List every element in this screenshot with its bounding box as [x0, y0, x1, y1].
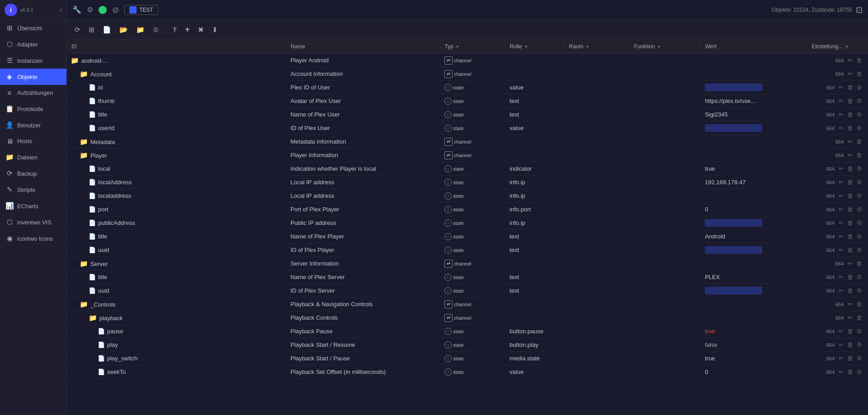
delete-row-button[interactable]: 🗑 [846, 368, 854, 376]
test-button[interactable]: TEST [124, 5, 158, 15]
table-row[interactable]: 📄localIndication whether Player is local… [67, 162, 868, 176]
refresh-button[interactable]: ⟳ [71, 23, 84, 36]
delete-row-button[interactable]: 🗑 [855, 300, 863, 308]
settings-button[interactable]: ⚙ [855, 286, 863, 295]
table-row[interactable]: 📁playbackPlayback Controls⇄channel 664 ✏… [67, 311, 868, 325]
number-button[interactable]: ① [150, 23, 162, 36]
delete-row-button[interactable]: 🗑 [846, 354, 854, 363]
table-row[interactable]: 📄uuidID of Plex Server○statetextXXXXXXXX… [67, 284, 868, 298]
settings-button[interactable]: ⚙ [855, 232, 863, 241]
sidebar-item-inventwo[interactable]: ⬡ inventwo VIS [0, 214, 66, 230]
table-row[interactable]: 📄pausePlayback Pause○statebutton.pausetr… [67, 325, 868, 338]
delete-row-button[interactable]: 🗑 [846, 246, 854, 254]
edit-button[interactable]: ✏ [846, 313, 854, 322]
delete-row-button[interactable]: 🗑 [846, 97, 854, 105]
edit-button[interactable]: ✏ [837, 232, 845, 241]
table-row[interactable]: 📁android-...Player Android⇄channel 664 ✏… [67, 54, 868, 67]
edit-button[interactable]: ✏ [846, 70, 854, 78]
topbar-expand-icon[interactable]: ⊡ [856, 5, 863, 15]
sidebar-item-benutzer[interactable]: 👤 Benutzer [0, 117, 66, 133]
sidebar-item-backup[interactable]: ⟳ Backup [0, 165, 66, 182]
settings-button[interactable]: ⚙ [855, 205, 863, 214]
settings-button[interactable]: ⚙ [855, 340, 863, 349]
folder-button[interactable]: 📁 [133, 23, 148, 36]
delete-row-button[interactable]: 🗑 [846, 124, 854, 132]
sidebar-item-dateien[interactable]: 📁 Dateien [0, 149, 66, 165]
delete-row-button[interactable]: 🗑 [855, 313, 863, 322]
folder-open-button[interactable]: 📂 [116, 23, 131, 36]
th-rolle[interactable]: Rolle ▼ [505, 40, 564, 54]
th-funktion[interactable]: Funktion ▼ [629, 40, 700, 54]
delete-row-button[interactable]: 🗑 [855, 137, 863, 146]
table-row[interactable]: 📄thumbAvatar of Plex User○statetexthttps… [67, 94, 868, 108]
delete-row-button[interactable]: 🗑 [846, 205, 854, 214]
settings-button[interactable]: ⚙ [855, 273, 863, 281]
columns-button[interactable]: ⊞ [85, 23, 98, 36]
text-format-button[interactable]: Ŧ [170, 23, 180, 36]
settings-button[interactable]: ⚙ [855, 83, 863, 92]
table-row[interactable]: 📄localAddressLocal IP address○stateinfo.… [67, 176, 868, 189]
table-row[interactable]: 📄seekToPlayback Set Offset (in milliseco… [67, 365, 868, 379]
settings-button[interactable]: ⚙ [855, 124, 863, 132]
table-row[interactable]: 📁PlayerPlayer Information⇄channel 664 ✏ … [67, 149, 868, 162]
edit-button[interactable]: ✏ [837, 340, 845, 349]
edit-button[interactable]: ✏ [837, 327, 845, 336]
delete-row-button[interactable]: 🗑 [846, 327, 854, 336]
edit-button[interactable]: ✏ [837, 124, 845, 132]
edit-button[interactable]: ✏ [837, 191, 845, 200]
edit-button[interactable]: ✏ [837, 219, 845, 227]
delete-row-button[interactable]: 🗑 [846, 164, 854, 173]
add-button[interactable]: + [182, 23, 193, 37]
delete-row-button[interactable]: 🗑 [855, 56, 863, 65]
settings-button[interactable]: ⚙ [855, 164, 863, 173]
th-einstellung[interactable]: Einstellung... ▼ [807, 40, 868, 54]
table-row[interactable]: 📄titleName of Plex User○statetextSigi234… [67, 108, 868, 121]
th-typ[interactable]: Typ ▼ [440, 40, 505, 54]
settings-button[interactable]: ⚙ [855, 354, 863, 363]
download-button[interactable]: ⬇ [209, 23, 221, 36]
delete-row-button[interactable]: 🗑 [846, 286, 854, 295]
edit-button[interactable]: ✏ [837, 246, 845, 254]
edit-button[interactable]: ✏ [846, 137, 854, 146]
table-row[interactable]: 📄idPlex ID of User○statevalueXXXXXXXXXX … [67, 81, 868, 94]
edit-button[interactable]: ✏ [837, 164, 845, 173]
delete-row-button[interactable]: 🗑 [846, 110, 854, 119]
table-row[interactable]: 📄localaddressLocal IP address○stateinfo.… [67, 189, 868, 203]
edit-button[interactable]: ✏ [837, 97, 845, 105]
table-row[interactable]: 📄play_switchPlayback Start / Pause○state… [67, 352, 868, 365]
wrench-icon[interactable]: 🔧 [72, 5, 81, 14]
table-row[interactable]: 📄uuidID of Plex Player○statetextXXXXXXXX… [67, 243, 868, 257]
delete-row-button[interactable]: 🗑 [846, 83, 854, 92]
table-row[interactable]: 📄portPort of Plex Player○stateinfo.port0… [67, 203, 868, 216]
edit-button[interactable]: ✏ [837, 286, 845, 295]
edit-button[interactable]: ✏ [837, 110, 845, 119]
sidebar-collapse-button[interactable]: ‹ [60, 6, 62, 14]
sidebar-item-protokolle[interactable]: 📋 Protokolle [0, 101, 66, 117]
table-row[interactable]: 📄titleName of Plex Server○statetextPLEX … [67, 270, 868, 284]
sidebar-item-ubersicht[interactable]: ⊞ Übersicht [0, 20, 66, 36]
table-row[interactable]: 📄userIdID of Plex User○statevalueXXXXXXX… [67, 121, 868, 135]
edit-button[interactable]: ✏ [837, 354, 845, 363]
edit-button[interactable]: ✏ [837, 368, 845, 376]
sidebar-item-objekte[interactable]: ◈ Objekte [0, 69, 66, 85]
settings-button[interactable]: ⚙ [855, 246, 863, 254]
th-raum[interactable]: Raum ▼ [564, 40, 629, 54]
delete-row-button[interactable]: 🗑 [855, 70, 863, 78]
table-row[interactable]: 📁ServerServer Information⇄channel 664 ✏ … [67, 257, 868, 270]
delete-row-button[interactable]: 🗑 [846, 191, 854, 200]
disconnect-icon[interactable]: ⊘ [112, 5, 119, 15]
edit-button[interactable]: ✏ [846, 151, 854, 159]
table-row[interactable]: 📄publicAddressPublic IP address○stateinf… [67, 216, 868, 230]
sidebar-item-skripte[interactable]: ✎ Skripte [0, 182, 66, 198]
edit-button[interactable]: ✏ [846, 259, 854, 268]
delete-row-button[interactable]: 🗑 [855, 151, 863, 159]
table-row[interactable]: 📁MetadataMetadata Information⇄channel 66… [67, 135, 868, 149]
table-row[interactable]: 📁_ControlsPlayback & Navigation Controls… [67, 298, 868, 311]
gear-icon[interactable]: ⚙ [87, 5, 93, 14]
table-row[interactable]: 📄playPlayback Start / Resume○statebutton… [67, 338, 868, 352]
settings-button[interactable]: ⚙ [855, 191, 863, 200]
edit-button[interactable]: ✏ [846, 56, 854, 65]
edit-button[interactable]: ✏ [846, 300, 854, 308]
settings-button[interactable]: ⚙ [855, 110, 863, 119]
delete-button[interactable]: ✖ [195, 23, 207, 36]
